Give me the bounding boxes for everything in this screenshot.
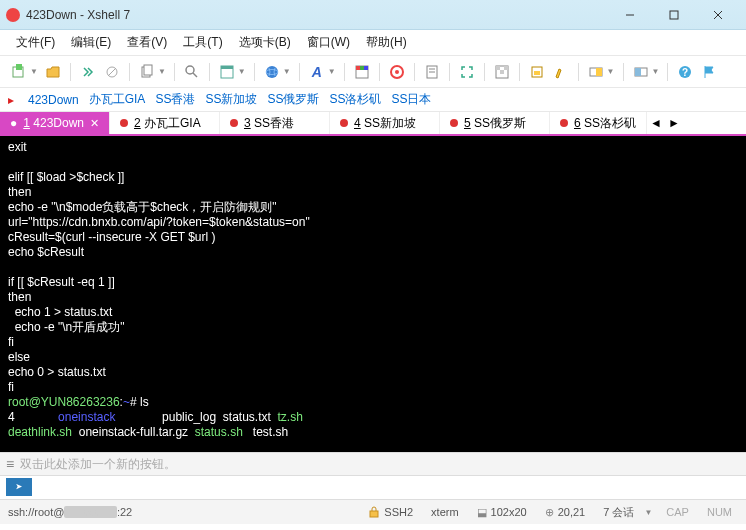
menu-tab[interactable]: 选项卡(B) [231, 30, 299, 55]
transparent-icon[interactable] [491, 61, 513, 83]
bookmark-item[interactable]: 423Down [28, 93, 79, 107]
help-icon[interactable]: ? [674, 61, 696, 83]
status-bar: ssh://root@xxx:22 SSH2 xterm ⬓ 102x20 ⊕ … [0, 500, 746, 524]
tab-item[interactable]: 3 SS香港 [220, 112, 330, 134]
terminal-line: fi [8, 380, 14, 394]
menu-view[interactable]: 查看(V) [119, 30, 175, 55]
menu-window[interactable]: 窗口(W) [299, 30, 358, 55]
svg-rect-37 [370, 511, 378, 517]
flag-icon[interactable] [698, 61, 720, 83]
tab-scroll-right[interactable]: ► [665, 112, 683, 134]
svg-rect-18 [360, 66, 364, 70]
cursor-pos: ⊕ 20,21 [539, 506, 592, 519]
globe-icon[interactable] [261, 61, 283, 83]
terminal-line: else [8, 350, 30, 364]
tab-status-dot [340, 119, 348, 127]
tab-status-dot [450, 119, 458, 127]
xagent-icon[interactable] [386, 61, 408, 83]
toolbar: ▼ ▼ ▼ ▼ A ▼ ▼ ▼ ? [0, 56, 746, 88]
tab-number: 3 [244, 116, 251, 130]
highlight-icon[interactable] [550, 61, 572, 83]
terminal-line: echo $cResult [8, 245, 84, 259]
terminal-line: url="https://cdn.bnxb.com/api/?token=$to… [8, 215, 310, 229]
menu-file[interactable]: 文件(F) [8, 30, 63, 55]
terminal-line: cResult=$(curl --insecure -X GET $url ) [8, 230, 216, 244]
tab-item[interactable]: 4 SS新加坡 [330, 112, 440, 134]
svg-rect-5 [16, 64, 22, 70]
tab-item[interactable]: 5 SS俄罗斯 [440, 112, 550, 134]
terminal-prompt: root@YUN86263236:~# ls [8, 395, 149, 409]
reconnect-icon[interactable] [77, 61, 99, 83]
window-title: 423Down - Xshell 7 [26, 8, 130, 22]
copy-icon[interactable] [136, 61, 158, 83]
terminal-line: deathlink.sh oneinstack-full.tar.gz stat… [8, 425, 288, 439]
connection-string: ssh://root@xxx:22 [8, 506, 132, 518]
bookmark-star-icon[interactable]: ▸ [8, 93, 14, 107]
compose-bar[interactable]: ≡ 双击此处添加一个新的按钮。 [0, 452, 746, 476]
properties-icon[interactable] [216, 61, 238, 83]
compose-hint: 双击此处添加一个新的按钮。 [20, 456, 176, 473]
svg-rect-30 [534, 71, 540, 75]
bookmark-item[interactable]: SS俄罗斯 [267, 91, 319, 108]
tab-close-icon[interactable]: ✕ [90, 117, 99, 130]
svg-point-21 [395, 70, 399, 74]
svg-point-14 [266, 66, 278, 78]
caps-indicator: CAP [660, 506, 695, 518]
search-icon[interactable] [181, 61, 203, 83]
terminal-output[interactable]: exit elif [[ $load >$check ]] then echo … [0, 136, 746, 452]
minimize-button[interactable] [608, 1, 652, 29]
menu-edit[interactable]: 编辑(E) [63, 30, 119, 55]
new-session-icon[interactable] [8, 61, 30, 83]
tab-active[interactable]: ● 1 423Down ✕ [0, 112, 110, 134]
terminal-line: then [8, 290, 31, 304]
color-icon[interactable] [351, 61, 373, 83]
tab-status-dot [230, 119, 238, 127]
tab-item[interactable]: 6 SS洛杉矶 [550, 112, 647, 134]
menu-bar: 文件(F) 编辑(E) 查看(V) 工具(T) 选项卡(B) 窗口(W) 帮助(… [0, 30, 746, 56]
menu-tools[interactable]: 工具(T) [175, 30, 230, 55]
dropdown-icon[interactable]: ▼ [30, 67, 38, 76]
bookmark-item[interactable]: SS洛杉矶 [329, 91, 381, 108]
close-button[interactable] [696, 1, 740, 29]
menu-help[interactable]: 帮助(H) [358, 30, 415, 55]
bookmark-item[interactable]: 办瓦工GIA [89, 91, 146, 108]
tab-item[interactable]: 2 办瓦工GIA [110, 112, 220, 134]
num-indicator: NUM [701, 506, 738, 518]
tab-scroll-left[interactable]: ◄ [647, 112, 665, 134]
bookmark-bar: ▸ 423Down 办瓦工GIA SS香港 SS新加坡 SS俄罗斯 SS洛杉矶 … [0, 88, 746, 112]
terminal-line: elif [[ $load >$check ]] [8, 170, 124, 184]
svg-rect-9 [144, 65, 152, 75]
terminal-line: echo -e "\n$mode负载高于$check，开启防御规则" [8, 200, 277, 214]
hamburger-icon[interactable]: ≡ [6, 456, 14, 472]
dropdown-icon[interactable]: ▼ [607, 67, 615, 76]
dropdown-icon[interactable]: ▼ [328, 67, 336, 76]
tab-label: SS洛杉矶 [584, 116, 636, 130]
open-icon[interactable] [42, 61, 64, 83]
tab-number: 5 [464, 116, 471, 130]
dropdown-icon[interactable]: ▼ [283, 67, 291, 76]
tab-status-dot [120, 119, 128, 127]
terminal-line: echo -e "\n开盾成功" [8, 320, 125, 334]
svg-rect-26 [496, 66, 500, 70]
fullscreen-icon[interactable] [456, 61, 478, 83]
script-icon[interactable] [421, 61, 443, 83]
dropdown-icon[interactable]: ▼ [238, 67, 246, 76]
disconnect-icon[interactable] [101, 61, 123, 83]
terminal-line: then [8, 185, 31, 199]
tab-label: SS俄罗斯 [474, 116, 526, 130]
lock-toolbar-icon[interactable] [526, 61, 548, 83]
bookmark-item[interactable]: SS日本 [391, 91, 431, 108]
ssh-info: SSH2 [362, 506, 419, 518]
command-input-bar[interactable]: ➤ [0, 476, 746, 500]
dropdown-icon[interactable]: ▼ [158, 67, 166, 76]
dropdown-icon[interactable]: ▼ [652, 67, 660, 76]
bookmark-item[interactable]: SS新加坡 [205, 91, 257, 108]
svg-rect-13 [221, 66, 233, 69]
dropdown-icon[interactable]: ▼ [644, 508, 652, 517]
toggle1-icon[interactable] [585, 61, 607, 83]
svg-rect-19 [364, 66, 368, 70]
bookmark-item[interactable]: SS香港 [155, 91, 195, 108]
toggle2-icon[interactable] [630, 61, 652, 83]
font-icon[interactable]: A [306, 61, 328, 83]
maximize-button[interactable] [652, 1, 696, 29]
